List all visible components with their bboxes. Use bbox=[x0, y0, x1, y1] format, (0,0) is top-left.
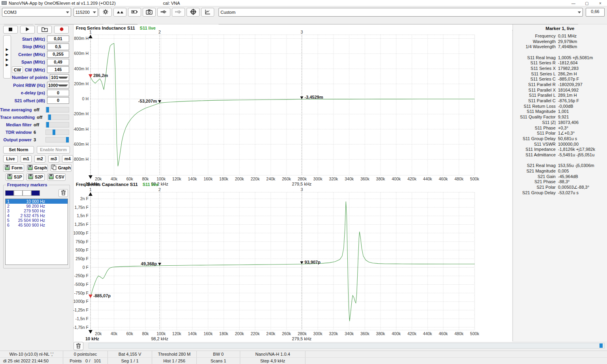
minimize-button[interactable]: — bbox=[567, 0, 580, 6]
frequency-marker-item[interactable]: 645 500 900 Hz bbox=[6, 223, 68, 227]
e-delay-ps--field[interactable]: 0 bbox=[47, 90, 69, 96]
frequency-marker-item[interactable]: 110 000 Hz bbox=[6, 199, 68, 204]
svg-text:286,2m: 286,2m bbox=[93, 73, 108, 78]
marker-readout-row: S11 Series X17982,283 bbox=[513, 66, 607, 71]
svg-text:240k: 240k bbox=[266, 331, 276, 336]
s21-offset-db--field[interactable]: 0 bbox=[47, 97, 69, 104]
svg-text:400k: 400k bbox=[392, 176, 401, 181]
record-button[interactable] bbox=[54, 26, 69, 34]
enable-norm-button: Enable Norm bbox=[37, 146, 70, 154]
readout-value: 17982,283 bbox=[558, 66, 607, 71]
stop-mhz--field[interactable]: 0,5 bbox=[47, 43, 69, 50]
display-mode-select[interactable]: Custom bbox=[219, 8, 583, 17]
svg-text:279,5 kHz: 279,5 kHz bbox=[292, 336, 312, 341]
slider-value: off bbox=[34, 122, 45, 127]
readout-label: S11 Series C bbox=[513, 77, 558, 81]
scale-value-field[interactable]: 0,66 bbox=[586, 8, 605, 17]
baud-rate-select[interactable]: 115200 bbox=[74, 8, 98, 17]
number-of-points-select[interactable]: 101 bbox=[50, 74, 69, 81]
slider-handle[interactable] bbox=[53, 129, 55, 135]
point-rbw-hz--select[interactable]: 1000 bbox=[47, 82, 69, 88]
trace-m3-button[interactable]: m3 bbox=[48, 155, 59, 163]
svg-text:180k: 180k bbox=[219, 176, 229, 181]
marker-color-swatch[interactable] bbox=[31, 190, 40, 196]
chart-plot[interactable]: 2n F1,75n F1,5n F1,25n F1000p F750p F500… bbox=[74, 187, 513, 343]
save-graph-button[interactable]: Graph bbox=[51, 164, 72, 172]
frequency-marker-item[interactable]: 42 532 475 Hz bbox=[6, 213, 68, 218]
firmware-upload-button[interactable] bbox=[113, 8, 126, 17]
screenshot-camera-button[interactable] bbox=[143, 8, 156, 17]
time-averaging-slider[interactable] bbox=[45, 107, 69, 113]
settings-gear-button[interactable] bbox=[99, 8, 112, 17]
trace-m4-button[interactable]: m4 bbox=[62, 155, 73, 163]
tdr-chart-button[interactable] bbox=[201, 8, 214, 17]
status-cell: Hist 1 / 256 bbox=[152, 358, 197, 364]
readout-label: S21 Polar bbox=[513, 185, 558, 190]
svg-text:-885,07p: -885,07p bbox=[93, 293, 111, 298]
trace-m2-button[interactable]: m2 bbox=[34, 155, 45, 163]
marker-readout-row: S11 Series C-885,07p F bbox=[513, 77, 607, 82]
median-filter-slider[interactable] bbox=[45, 122, 69, 128]
window-title: NanoVNA-App by OneOfEleven et al v1.1.20… bbox=[9, 1, 116, 6]
close-button[interactable]: × bbox=[594, 0, 607, 6]
chart-plot[interactable]: 800m H600m H400m H200m H0 H-200m H-400m … bbox=[74, 29, 513, 189]
maximize-button[interactable]: ▢ bbox=[580, 0, 594, 6]
frequency-marker-item[interactable]: 298 200 Hz bbox=[6, 204, 68, 208]
svg-text:360k: 360k bbox=[360, 331, 370, 336]
output-power-slider[interactable] bbox=[45, 137, 69, 143]
chart-area[interactable]: Freq Series Inductance S11S11 live800m H… bbox=[73, 24, 512, 342]
trace-m1-button[interactable]: m1 bbox=[21, 155, 32, 163]
svg-text:60k: 60k bbox=[126, 176, 134, 181]
recall-folder-button[interactable] bbox=[37, 26, 52, 34]
export-s2p-button[interactable]: S2P bbox=[26, 173, 45, 181]
export-s1p-button[interactable]: S1P bbox=[6, 173, 24, 181]
span-mhz--field[interactable]: 0,49 bbox=[47, 59, 69, 66]
save-form-button[interactable]: Form bbox=[3, 164, 24, 172]
readout-value: -5,5491u -j55,051u bbox=[558, 152, 607, 157]
trace-live-button[interactable]: Live bbox=[3, 155, 18, 163]
cw-button[interactable]: CW bbox=[12, 66, 23, 73]
svg-text:279,5 kHz: 279,5 kHz bbox=[292, 182, 312, 186]
marker-color-swatch[interactable] bbox=[23, 190, 31, 196]
svg-text:-250p F: -250p F bbox=[74, 273, 89, 278]
readout-label: S11 Return Loss bbox=[513, 104, 558, 109]
export-csv-button[interactable]: CSV bbox=[47, 173, 66, 181]
battery-button[interactable] bbox=[128, 8, 141, 17]
scrollbar-handle[interactable] bbox=[599, 343, 603, 348]
svg-text:340k: 340k bbox=[345, 331, 354, 336]
cw-mhz--field[interactable]: 145 bbox=[47, 66, 69, 73]
usb-connect-button[interactable] bbox=[157, 8, 170, 17]
readout-value: 18073,406 bbox=[558, 120, 607, 125]
calibration-target-button[interactable] bbox=[187, 8, 200, 17]
history-scrollbar[interactable] bbox=[89, 343, 605, 349]
trace-smoothing-slider[interactable] bbox=[47, 114, 69, 120]
center-mhz--field[interactable]: 0,255 bbox=[47, 51, 69, 58]
svg-text:380k: 380k bbox=[376, 331, 386, 336]
svg-text:-600m H: -600m H bbox=[74, 142, 89, 146]
marker-readout-row: S11 |Z|18073,406 bbox=[513, 120, 607, 125]
save-graph-button[interactable]: Graph bbox=[27, 164, 48, 172]
slider-handle[interactable] bbox=[48, 114, 51, 120]
marker-color-swatch[interactable] bbox=[14, 190, 23, 196]
play-button[interactable] bbox=[20, 26, 35, 34]
com-port-select[interactable]: COM3 bbox=[2, 8, 71, 17]
readout-label: Frequency bbox=[513, 34, 558, 38]
marker-color-swatch[interactable] bbox=[5, 190, 14, 196]
start-mhz--field[interactable]: 0,01 bbox=[47, 36, 69, 42]
delete-markers-button[interactable] bbox=[58, 189, 68, 197]
status-cell: Points 0 / 101 bbox=[63, 358, 108, 364]
stop-button[interactable] bbox=[3, 26, 18, 34]
marker-readout-row: S11 Polar1∠+0,3° bbox=[513, 130, 607, 136]
tdr-window-slider[interactable] bbox=[45, 129, 69, 135]
frequency-marker-item[interactable]: 3279 500 Hz bbox=[6, 208, 68, 213]
frequency-marker-list[interactable]: 110 000 Hz298 200 Hz3279 500 Hz42 532 47… bbox=[5, 199, 68, 265]
set-norm-button[interactable]: Set Norm bbox=[3, 146, 34, 154]
clear-history-trash-button[interactable] bbox=[74, 342, 83, 350]
svg-text:98,2 kHz: 98,2 kHz bbox=[151, 336, 168, 341]
floppy-icon bbox=[5, 165, 10, 171]
frequency-marker-item[interactable]: 525 504 900 Hz bbox=[6, 218, 68, 223]
slider-handle[interactable] bbox=[66, 137, 69, 143]
panel-collapse-strip[interactable]: ▶ ▶ ▶ ▶ bbox=[3, 35, 11, 79]
slider-handle[interactable] bbox=[46, 122, 49, 128]
slider-handle[interactable] bbox=[46, 107, 49, 113]
